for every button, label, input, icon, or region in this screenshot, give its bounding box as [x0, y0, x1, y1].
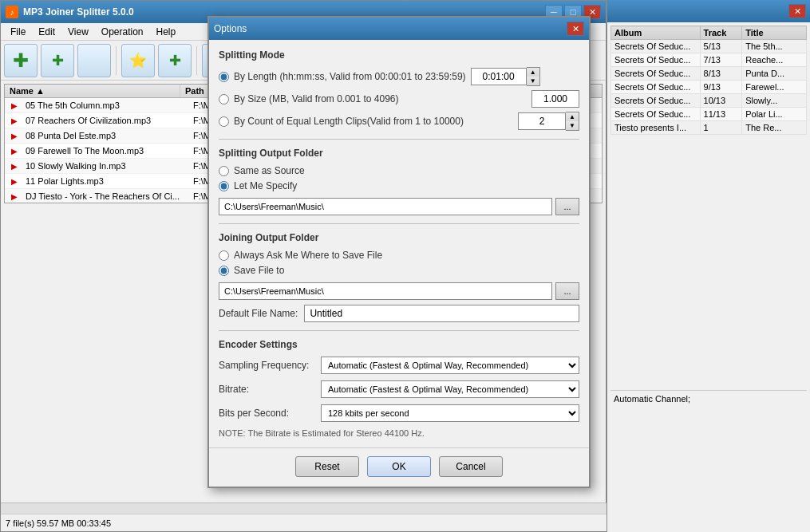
- file-name: 05 The 5th Column.mp3: [21, 100, 188, 111]
- track-cell: 8/13: [700, 67, 742, 81]
- bits-per-second-select[interactable]: 128 kbits per second: [321, 404, 579, 422]
- count-spin-arrows: ▲ ▼: [566, 112, 579, 131]
- add-green-small-button[interactable]: ✚: [41, 44, 74, 77]
- file-name: DJ Tiesto - York - The Reachers Of Ci...: [21, 191, 188, 202]
- dialog-title: Options: [214, 23, 247, 34]
- length-spin-arrows: ▲ ▼: [527, 67, 540, 86]
- album-cell: Secrets Of Seduc...: [611, 67, 701, 81]
- join-browse-button[interactable]: ...: [555, 282, 579, 300]
- album-cell: Secrets Of Seduc...: [611, 94, 701, 108]
- reset-button[interactable]: Reset: [295, 456, 359, 477]
- save-file-to-radio[interactable]: [219, 266, 229, 276]
- length-spin: 0:01:00 ▲ ▼: [471, 67, 540, 86]
- splitting-mode-group: By Length (hh:mm:ss, Valid from 00:00:01…: [219, 67, 579, 131]
- options-dialog: Options ✕ Splitting Mode By Length (hh:m…: [207, 16, 591, 488]
- length-down-arrow[interactable]: ▼: [527, 77, 539, 85]
- track-cell: 5/13: [700, 40, 742, 53]
- title-cell: Punta D...: [742, 67, 807, 81]
- splitting-output-group: Same as Source Let Me Specify: [219, 165, 579, 191]
- file-icon: ▶: [8, 175, 21, 187]
- table-row: Secrets Of Seduc... 11/13 Polar Li...: [611, 108, 807, 121]
- same-as-source-radio[interactable]: [219, 166, 229, 176]
- length-value-input[interactable]: 0:01:00: [471, 68, 527, 85]
- album-cell: Secrets Of Seduc...: [611, 108, 701, 121]
- file-name: 11 Polar Lights.mp3: [21, 175, 188, 187]
- by-size-row: By Size (MB, Valid from 0.001 to 4096) 1…: [219, 90, 579, 108]
- table-row: Secrets Of Seduc... 5/13 The 5th...: [611, 40, 807, 53]
- sampling-freq-select[interactable]: Automatic (Fastest & Optimal Way, Recomm…: [321, 357, 579, 374]
- same-as-source-label: Same as Source: [234, 165, 305, 176]
- split-folder-input[interactable]: [219, 198, 552, 215]
- auto-channel-text: Automatic Channel;: [610, 390, 807, 407]
- by-length-row: By Length (hh:mm:ss, Valid from 00:00:01…: [219, 67, 579, 86]
- right-panel-close-button[interactable]: ✕: [788, 4, 806, 18]
- toolbar-sep2: [196, 46, 197, 75]
- table-row: Secrets Of Seduc... 10/13 Slowly...: [611, 94, 807, 108]
- splitting-mode-label: Splitting Mode: [219, 49, 579, 61]
- encoder-settings-label: Encoder Settings: [219, 339, 579, 350]
- album-cell: Tiesto presents I...: [611, 121, 701, 135]
- favorite-button[interactable]: ⭐: [121, 44, 155, 77]
- horizontal-scrollbar[interactable]: [1, 502, 607, 514]
- title-cell: Farewel...: [742, 81, 807, 94]
- bitrate-select[interactable]: Automatic (Fastest & Optimal Way, Recomm…: [321, 380, 579, 398]
- right-panel-title-bar: ✕: [607, 0, 810, 22]
- title-cell: The Re...: [742, 121, 807, 135]
- add-green-small2-button[interactable]: [77, 44, 111, 77]
- album-cell: Secrets Of Seduc...: [611, 53, 701, 67]
- save-file-to-row: Save File to: [219, 265, 579, 276]
- file-icon: ▶: [8, 129, 21, 142]
- joining-output-group: Always Ask Me Where to Save File Save Fi…: [219, 250, 579, 276]
- file-name: 08 Punta Del Este.mp3: [21, 130, 188, 141]
- let-me-specify-radio[interactable]: [219, 181, 229, 191]
- count-value-input[interactable]: 2: [518, 112, 566, 130]
- default-name-input[interactable]: [304, 305, 579, 322]
- dialog-close-button[interactable]: ✕: [567, 22, 584, 36]
- divider1: [219, 139, 579, 140]
- length-up-arrow[interactable]: ▲: [527, 68, 539, 77]
- right-panel: ✕ Album Track Title Secrets Of Seduc... …: [607, 0, 810, 532]
- track-cell: 1: [700, 121, 742, 135]
- divider3: [219, 330, 579, 331]
- by-length-radio[interactable]: [219, 72, 229, 82]
- note-text: NOTE: The Bitrate is Estimated for Stere…: [219, 428, 579, 438]
- status-bar: 7 file(s) 59.57 MB 00:33:45: [1, 514, 607, 531]
- menu-view[interactable]: View: [61, 25, 95, 39]
- sampling-freq-row: Sampling Frequency: Automatic (Fastest &…: [219, 357, 579, 374]
- file-icon: ▶: [8, 190, 21, 203]
- count-up-arrow[interactable]: ▲: [566, 112, 579, 121]
- track-cell: 11/13: [700, 108, 742, 121]
- by-count-radio[interactable]: [219, 116, 229, 127]
- menu-help[interactable]: Help: [150, 25, 183, 39]
- by-length-label: By Length (hh:mm:ss, Valid from 00:00:01…: [234, 71, 466, 82]
- always-ask-radio[interactable]: [219, 250, 229, 261]
- track-cell: 9/13: [700, 81, 742, 94]
- joining-output-label: Joining Output Folder: [219, 232, 579, 243]
- size-value-input[interactable]: 1.000: [531, 90, 579, 108]
- sampling-freq-label: Sampling Frequency:: [219, 360, 314, 371]
- count-down-arrow[interactable]: ▼: [566, 121, 579, 130]
- toolbar-sep1: [116, 46, 117, 75]
- default-name-row: Default File Name:: [219, 305, 579, 322]
- dialog-body: Splitting Mode By Length (hh:mm:ss, Vali…: [209, 40, 589, 447]
- menu-edit[interactable]: Edit: [32, 25, 61, 39]
- split-browse-button[interactable]: ...: [555, 198, 579, 215]
- add-green-big-button[interactable]: ✚: [4, 44, 38, 77]
- bits-per-second-label: Bits per Second:: [219, 408, 314, 419]
- table-row: Secrets Of Seduc... 7/13 Reache...: [611, 53, 807, 67]
- menu-file[interactable]: File: [4, 25, 32, 39]
- cancel-button[interactable]: Cancel: [439, 456, 503, 477]
- col-album: Album: [611, 26, 701, 40]
- ok-button[interactable]: OK: [367, 456, 431, 477]
- menu-operation[interactable]: Operation: [95, 25, 150, 39]
- divider2: [219, 223, 579, 224]
- by-count-row: By Count of Equal Length Clips(Valid fro…: [219, 112, 579, 131]
- main-window-title: MP3 Joiner Splitter 5.0.0: [23, 6, 134, 18]
- by-size-radio[interactable]: [219, 94, 229, 104]
- join-folder-input[interactable]: [219, 282, 552, 300]
- file-name: 10 Slowly Walking In.mp3: [21, 160, 188, 171]
- status-text: 7 file(s) 59.57 MB 00:33:45: [6, 518, 111, 528]
- add-yellow-button[interactable]: ✚: [158, 44, 192, 77]
- bits-per-second-row: Bits per Second: 128 kbits per second: [219, 404, 579, 422]
- title-cell: Polar Li...: [742, 108, 807, 121]
